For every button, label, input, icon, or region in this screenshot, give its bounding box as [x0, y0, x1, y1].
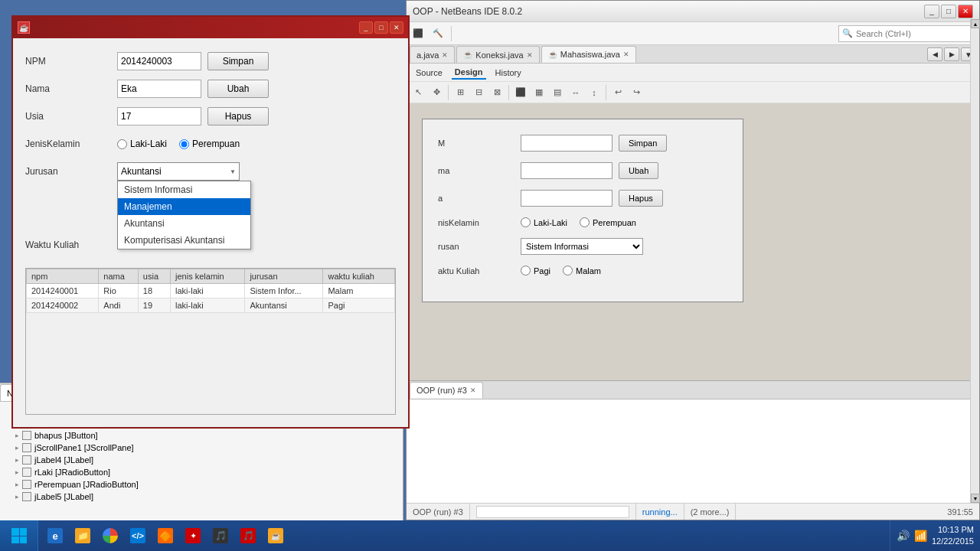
nav-expand-icon: ▸: [15, 481, 19, 488]
dropdown-item-ka[interactable]: Komputerisasi Akuntansi: [118, 232, 250, 249]
editor-btn-align1[interactable]: ⊞: [452, 84, 469, 101]
tab-nav-prev[interactable]: ◀: [927, 47, 942, 61]
editor-btn-5[interactable]: ⬛: [512, 84, 529, 101]
nav-item-label: rLaki [JRadioButton]: [34, 468, 110, 477]
editor-btn-back[interactable]: ↩: [609, 84, 626, 101]
table-row[interactable]: 2014240002Andi19laki-lakiAkuntansiPagi: [27, 298, 395, 313]
nb-radio-perempuan[interactable]: Perempuan: [580, 217, 636, 227]
subtab-history[interactable]: History: [492, 67, 524, 79]
nav-item[interactable]: ▸ rLaki [JRadioButton]: [3, 466, 400, 478]
subtab-design[interactable]: Design: [452, 66, 486, 80]
nb-bottom-content: [407, 399, 979, 503]
editor-btn-7[interactable]: ▤: [549, 84, 566, 101]
usia-row: Usia Hapus: [25, 106, 396, 127]
nama-row: Nama Ubah: [25, 78, 396, 99]
dialog-minimize[interactable]: _: [359, 21, 373, 34]
run-tab[interactable]: OOP (run) #3 ✕: [410, 382, 483, 399]
nb-nama-input[interactable]: [521, 162, 612, 179]
ubah-button[interactable]: Ubah: [207, 80, 269, 98]
editor-btn-align3[interactable]: ⊠: [488, 84, 505, 101]
nb-toolbar: ⬛ 🔨 🔍: [407, 22, 979, 45]
subtab-source[interactable]: Source: [413, 67, 446, 79]
editor-btn-8[interactable]: ↔: [567, 84, 584, 101]
editor-btn-align2[interactable]: ⊟: [470, 84, 487, 101]
nb-radio-laki-input[interactable]: [521, 217, 531, 227]
nb-usia-input[interactable]: [521, 190, 612, 207]
tab-mahasiswa-close[interactable]: ✕: [623, 51, 629, 58]
hapus-button[interactable]: Hapus: [207, 107, 269, 126]
nama-input[interactable]: [117, 80, 201, 98]
table-cell: Akuntansi: [245, 298, 323, 313]
nb-hapus-button[interactable]: Hapus: [619, 190, 663, 207]
tab-koneksi-close[interactable]: ✕: [527, 51, 533, 59]
nav-item[interactable]: ▸ jLabel4 [JLabel]: [3, 454, 400, 466]
editor-btn-select[interactable]: ↖: [410, 84, 426, 101]
nb-simpan-button[interactable]: Simpan: [619, 135, 667, 152]
taskbar-app7[interactable]: 🎵: [207, 523, 234, 549]
usia-input[interactable]: [117, 107, 201, 126]
tab-ajava[interactable]: a.java ✕: [410, 46, 455, 63]
nav-item[interactable]: ▸ jScrollPane1 [JScrollPane]: [3, 442, 400, 454]
taskbar-chrome[interactable]: [96, 523, 124, 549]
dropdown-item-akt[interactable]: Akuntansi: [118, 215, 250, 232]
dropdown-item-mgt[interactable]: Manajemen: [118, 198, 250, 215]
taskbar: e 📁 </> 🔶 ✦: [0, 520, 980, 551]
nav-item[interactable]: ▸ jLabel5 [JLabel]: [3, 491, 400, 503]
radio-laki[interactable]: Laki-Laki: [117, 139, 167, 149]
radio-laki-input[interactable]: [117, 139, 127, 149]
nb-nama-label: ma: [438, 166, 514, 175]
laki-label: Laki-Laki: [130, 139, 167, 149]
run-tab-close[interactable]: ✕: [470, 386, 476, 394]
nb-radio-perempuan-input[interactable]: [580, 217, 590, 227]
nb-radio-laki[interactable]: Laki-Laki: [521, 217, 567, 227]
taskbar-app6[interactable]: ✦: [179, 523, 207, 549]
nav-item[interactable]: ▸ rPerempuan [JRadioButton]: [3, 478, 400, 491]
editor-btn-move[interactable]: ✥: [428, 84, 445, 101]
radio-perempuan[interactable]: Perempuan: [179, 139, 240, 149]
dialog-maximize[interactable]: □: [374, 21, 388, 34]
npm-input[interactable]: [117, 52, 201, 70]
nav-item[interactable]: ▸ bhapus [JButton]: [3, 429, 400, 442]
jurusan-dropdown-button[interactable]: Akuntansi ▼: [117, 162, 240, 181]
toolbar-btn-1[interactable]: ⬛: [410, 25, 426, 42]
tab-mahasiswa[interactable]: ☕ Mahasiswa.java ✕: [541, 46, 636, 63]
nb-jurusan-select[interactable]: Sistem Informasi Manajemen Akuntansi: [521, 238, 643, 255]
dropdown-item-si[interactable]: Sistem Informasi: [118, 181, 250, 198]
maximize-button[interactable]: □: [941, 5, 956, 18]
simpan-button[interactable]: Simpan: [207, 52, 269, 70]
netbeans-window: OOP - NetBeans IDE 8.0.2 _ □ ✕ ⬛ 🔨 🔍 a.j…: [406, 0, 980, 520]
editor-btn-6[interactable]: ▦: [531, 84, 547, 101]
nb-npm-input[interactable]: [521, 135, 612, 152]
search-input[interactable]: [856, 29, 971, 38]
nb-radio-malam[interactable]: Malam: [563, 266, 601, 276]
perempuan-label: Perempuan: [192, 139, 240, 149]
minimize-button[interactable]: _: [924, 5, 939, 18]
dialog-close[interactable]: ✕: [390, 21, 403, 34]
start-button[interactable]: [0, 520, 38, 551]
radio-perempuan-input[interactable]: [179, 139, 189, 149]
tab-koneksi[interactable]: ☕ Koneksi.java ✕: [456, 46, 539, 63]
editor-btn-9[interactable]: ↕: [586, 84, 603, 101]
table-row[interactable]: 2014240001Rio18laki-lakiSistem Infor...M…: [27, 284, 395, 298]
nb-radio-malam-input[interactable]: [563, 266, 573, 276]
tab-nav-next[interactable]: ▶: [944, 47, 959, 61]
nb-radio-pagi[interactable]: Pagi: [521, 266, 550, 276]
nb-radio-pagi-input[interactable]: [521, 266, 531, 276]
taskbar-app8[interactable]: 🎵: [234, 523, 262, 549]
nb-editor-toolbar: ↖ ✥ ⊞ ⊟ ⊠ ⬛ ▦ ▤ ↔ ↕ ↩ ↪: [407, 82, 979, 103]
nb-nama-row: ma Ubah: [438, 162, 727, 179]
close-button[interactable]: ✕: [958, 5, 973, 18]
editor-btn-fwd[interactable]: ↪: [628, 84, 645, 101]
taskbar-java[interactable]: ☕: [262, 523, 289, 549]
bottom-scroll-up[interactable]: ▲: [971, 19, 980, 28]
taskbar-app5[interactable]: 🔶: [152, 523, 179, 549]
nb-ubah-button[interactable]: Ubah: [619, 162, 658, 179]
bottom-scroll-down[interactable]: ▼: [971, 494, 980, 503]
nb-wk-radios: Pagi Malam: [521, 266, 601, 276]
status-input-field[interactable]: [476, 506, 629, 518]
taskbar-vscode[interactable]: </>: [124, 523, 152, 549]
taskbar-ie[interactable]: e: [41, 523, 69, 549]
tab-ajava-close[interactable]: ✕: [442, 51, 448, 59]
taskbar-explorer[interactable]: 📁: [69, 523, 96, 549]
toolbar-btn-2[interactable]: 🔨: [430, 25, 446, 42]
